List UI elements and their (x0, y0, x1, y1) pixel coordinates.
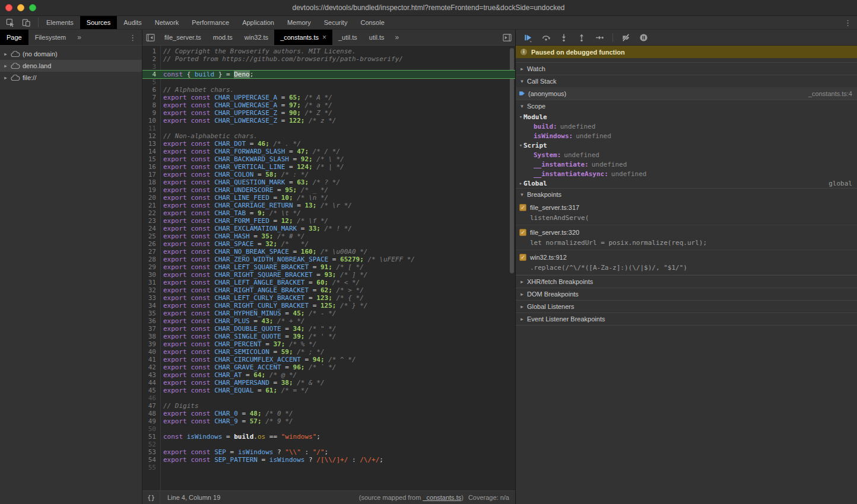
close-tab-icon[interactable]: × (322, 33, 326, 42)
hide-navigator-icon[interactable] (142, 30, 158, 45)
line-number[interactable]: 24 (142, 225, 160, 232)
tab-memory[interactable]: Memory (281, 16, 318, 29)
line-number[interactable]: 50 (142, 425, 160, 433)
code-line-1[interactable]: 1// Copyright the Browserify authors. MI… (142, 47, 515, 55)
breakpoint-checkbox[interactable]: ✓ (519, 254, 526, 261)
line-number[interactable]: 38 (142, 333, 160, 340)
code-line-52[interactable]: 52 (142, 441, 515, 448)
line-number[interactable]: 6 (142, 86, 160, 94)
line-number[interactable]: 25 (142, 232, 160, 240)
editor-scrollbar[interactable] (510, 48, 514, 273)
scope-var-iswindows[interactable]: isWindows:undefined (516, 131, 857, 141)
navigator-tab-page[interactable]: Page (0, 30, 28, 45)
tab-security[interactable]: Security (318, 16, 354, 29)
line-number[interactable]: 51 (142, 433, 160, 441)
code-line-16[interactable]: 16export const CHAR_VERTICAL_LINE = 124;… (142, 163, 515, 171)
code-line-48[interactable]: 48export const CHAR_0 = 48; /* 0 */ (142, 410, 515, 417)
code-line-18[interactable]: 18export const CHAR_QUESTION_MARK = 63; … (142, 178, 515, 186)
navigator-more-icon[interactable]: ⋮ (123, 30, 142, 45)
line-number[interactable]: 19 (142, 186, 160, 194)
deactivate-breakpoints-icon[interactable] (621, 33, 631, 42)
code-line-45[interactable]: 45export const CHAR_EQUAL = 61; /* = */ (142, 387, 515, 394)
line-number[interactable]: 15 (142, 155, 160, 163)
line-number[interactable]: 21 (142, 202, 160, 209)
line-number[interactable]: 9 (142, 109, 160, 117)
file-tab-util-ts[interactable]: _util.ts (332, 30, 363, 45)
line-number[interactable]: 10 (142, 117, 160, 125)
line-number[interactable]: 12 (142, 132, 160, 140)
code-line-46[interactable]: 46 (142, 394, 515, 402)
pretty-print-icon[interactable]: {} (142, 491, 160, 504)
code-line-8[interactable]: 8export const CHAR_LOWERCASE_A = 97; /* … (142, 101, 515, 109)
minimize-window-button[interactable] (17, 4, 24, 11)
code-line-40[interactable]: 40export const CHAR_SEMICOLON = 59; /* ;… (142, 348, 515, 356)
tab-sources[interactable]: Sources (80, 16, 117, 29)
more-options-icon[interactable]: ⋮ (839, 16, 857, 29)
line-number[interactable]: 22 (142, 209, 160, 217)
code-line-33[interactable]: 33export const CHAR_LEFT_CURLY_BRACKET =… (142, 294, 515, 302)
line-number[interactable]: 1 (142, 47, 160, 55)
code-line-32[interactable]: 32export const CHAR_RIGHT_ANGLE_BRACKET … (142, 286, 515, 294)
line-number[interactable]: 31 (142, 279, 160, 286)
callstack-frame[interactable]: (anonymous)_constants.ts:4 (516, 87, 857, 100)
code-line-9[interactable]: 9export const CHAR_UPPERCASE_Z = 90; /* … (142, 109, 515, 117)
line-number[interactable]: 40 (142, 348, 160, 356)
pause-on-exceptions-icon[interactable] (639, 33, 648, 42)
breakpoint-checkbox[interactable]: ✓ (519, 229, 526, 236)
code-line-4[interactable]: 4const { build } = Deno; (142, 71, 515, 78)
file-tab-file-server-ts[interactable]: file_server.ts (158, 30, 207, 45)
line-number[interactable]: 23 (142, 217, 160, 225)
line-number[interactable]: 54 (142, 456, 160, 464)
line-number[interactable]: 18 (142, 178, 160, 186)
code-line-42[interactable]: 42export const CHAR_GRAVE_ACCENT = 96; /… (142, 363, 515, 371)
code-line-30[interactable]: 30export const CHAR_RIGHT_SQUARE_BRACKET… (142, 271, 515, 279)
code-line-51[interactable]: 51const isWindows = build.os == "windows… (142, 433, 515, 441)
code-line-15[interactable]: 15export const CHAR_BACKWARD_SLASH = 92;… (142, 155, 515, 163)
line-number[interactable]: 47 (142, 402, 160, 410)
code-line-6[interactable]: 6// Alphabet chars. (142, 86, 515, 94)
code-line-21[interactable]: 21export const CHAR_CARRIAGE_RETURN = 13… (142, 202, 515, 209)
section-header-scope[interactable]: ▾Scope (516, 100, 857, 112)
code-line-31[interactable]: 31export const CHAR_LEFT_ANGLE_BRACKET =… (142, 279, 515, 286)
line-number[interactable]: 45 (142, 387, 160, 394)
breakpoint-win32-ts-912[interactable]: ✓win32.ts:912.replace(/^\/*([A-Za-z]:)(\… (516, 250, 857, 275)
code-line-19[interactable]: 19export const CHAR_UNDERSCORE = 95; /* … (142, 186, 515, 194)
scope-module[interactable]: ▾Module (516, 112, 857, 122)
line-number[interactable]: 13 (142, 140, 160, 148)
breakpoint-file-server-ts-320[interactable]: ✓file_server.ts:320let normalizedUrl = p… (516, 225, 857, 250)
source-mapped-link[interactable]: _constants.ts (423, 494, 461, 501)
tab-performance[interactable]: Performance (185, 16, 236, 29)
code-line-44[interactable]: 44export const CHAR_AMPERSAND = 38; /* &… (142, 379, 515, 387)
line-number[interactable]: 11 (142, 125, 160, 132)
show-debugger-sidebar-icon[interactable] (499, 30, 515, 45)
line-number[interactable]: 7 (142, 94, 160, 101)
line-number[interactable]: 46 (142, 394, 160, 402)
code-line-13[interactable]: 13export const CHAR_DOT = 46; /* . */ (142, 140, 515, 148)
line-number[interactable]: 32 (142, 286, 160, 294)
line-number[interactable]: 17 (142, 171, 160, 178)
tab-console[interactable]: Console (354, 16, 391, 29)
line-number[interactable]: 3 (142, 63, 160, 71)
section-header-dom-breakpoints[interactable]: ▸DOM Breakpoints (516, 288, 857, 300)
code-line-22[interactable]: 22export const CHAR_TAB = 9; /* \t */ (142, 209, 515, 217)
code-line-28[interactable]: 28export const CHAR_ZERO_WIDTH_NOBREAK_S… (142, 256, 515, 263)
line-number[interactable]: 5 (142, 78, 160, 86)
code-line-17[interactable]: 17export const CHAR_COLON = 58; /* : */ (142, 171, 515, 178)
line-number[interactable]: 20 (142, 194, 160, 202)
code-line-10[interactable]: 10export const CHAR_LOWERCASE_Z = 122; /… (142, 117, 515, 125)
tree-item-no-domain[interactable]: ▸(no domain) (0, 48, 142, 60)
code-line-41[interactable]: 41export const CHAR_CIRCUMFLEX_ACCENT = … (142, 356, 515, 363)
close-window-button[interactable] (5, 4, 12, 11)
code-line-43[interactable]: 43export const CHAR_AT = 64; /* @ */ (142, 371, 515, 379)
code-line-5[interactable]: 5 (142, 78, 515, 86)
section-header-xhr-fetch-breakpoints[interactable]: ▸XHR/fetch Breakpoints (516, 275, 857, 288)
line-number[interactable]: 44 (142, 379, 160, 387)
line-number[interactable]: 49 (142, 417, 160, 425)
step-into-icon[interactable] (559, 33, 569, 42)
section-header-watch[interactable]: ▸Watch (516, 62, 857, 75)
code-line-11[interactable]: 11 (142, 125, 515, 132)
navigator-overflow-chevron-icon[interactable]: » (72, 30, 86, 45)
section-header-call-stack[interactable]: ▾Call Stack (516, 75, 857, 87)
code-line-34[interactable]: 34export const CHAR_RIGHT_CURLY_BRACKET … (142, 302, 515, 310)
file-tabs-overflow-chevron-icon[interactable]: » (390, 30, 404, 45)
